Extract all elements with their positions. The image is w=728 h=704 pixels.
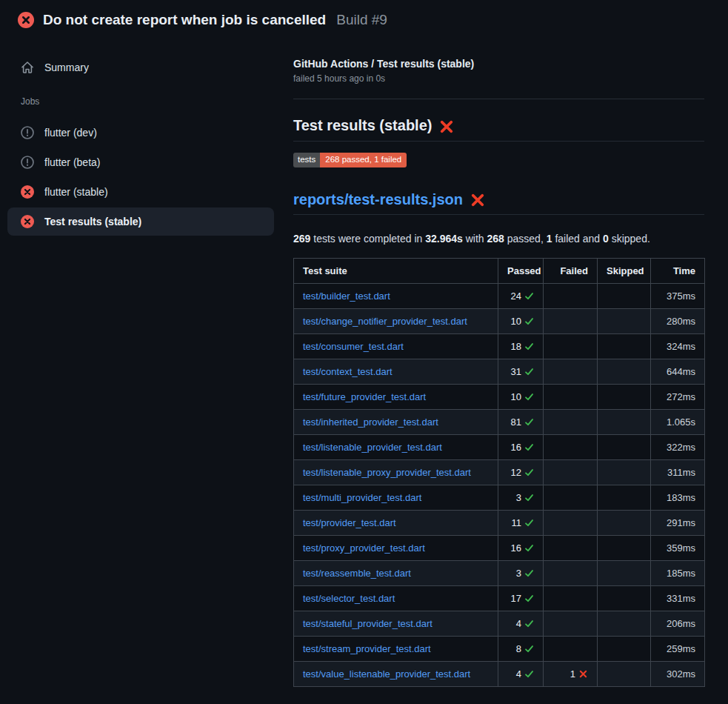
report-file-link[interactable]: reports/test-results.json xyxy=(293,191,463,208)
passed-cell: 10 xyxy=(498,384,544,409)
test-suite-link[interactable]: test/stateful_provider_test.dart xyxy=(303,618,433,629)
table-row: test/change_notifier_provider_test.dart1… xyxy=(294,308,705,333)
failed-cell xyxy=(544,585,598,611)
skipped-cell xyxy=(598,636,651,661)
suite-cell: test/builder_test.dart xyxy=(294,283,498,308)
column-header-time: Time xyxy=(651,258,705,283)
section-divider xyxy=(293,99,704,99)
sidebar-job-flutter-dev-[interactable]: flutter (dev) xyxy=(7,119,274,147)
time-cell: 185ms xyxy=(651,560,705,585)
table-row: test/context_test.dart31644ms xyxy=(294,359,705,384)
test-suite-link[interactable]: test/change_notifier_provider_test.dart xyxy=(303,316,467,327)
passed-cell: 3 xyxy=(498,560,544,585)
check-result-title: Test results (stable) xyxy=(293,117,432,134)
test-suite-link[interactable]: test/builder_test.dart xyxy=(303,290,390,302)
sidebar: Summary Jobs flutter (dev)flutter (beta)… xyxy=(0,36,281,237)
test-suite-link[interactable]: test/context_test.dart xyxy=(303,366,393,377)
test-results-table: Test suite Passed Failed Skipped Time te… xyxy=(293,258,705,687)
test-suite-link[interactable]: test/selector_test.dart xyxy=(303,593,395,604)
column-header-failed: Failed xyxy=(544,258,598,283)
red-cross-icon xyxy=(470,193,485,207)
summary-skipped: 0 xyxy=(603,233,609,245)
table-row: test/listenable_provider_test.dart16322m… xyxy=(294,434,705,459)
test-suite-link[interactable]: test/listenable_proxy_provider_test.dart xyxy=(303,467,471,478)
table-row: test/future_provider_test.dart10272ms xyxy=(294,384,705,409)
test-suite-link[interactable]: test/consumer_test.dart xyxy=(303,341,404,352)
suite-cell: test/proxy_provider_test.dart xyxy=(294,535,498,560)
failed-cell xyxy=(544,359,598,384)
suite-cell: test/context_test.dart xyxy=(294,359,498,384)
passed-cell: 24 xyxy=(498,283,544,308)
job-label: Test results (stable) xyxy=(44,216,141,228)
test-suite-link[interactable]: test/future_provider_test.dart xyxy=(303,391,426,402)
skipped-cell xyxy=(598,459,651,485)
table-row: test/value_listenable_provider_test.dart… xyxy=(294,661,705,686)
summary-passed: 268 xyxy=(487,233,504,245)
suite-cell: test/multi_provider_test.dart xyxy=(294,485,498,510)
failed-cell xyxy=(544,485,598,510)
test-suite-link[interactable]: test/multi_provider_test.dart xyxy=(303,492,421,503)
skipped-cell xyxy=(598,384,651,409)
main-content: GitHub Actions / Test results (stable) f… xyxy=(281,36,728,687)
column-header-skipped: Skipped xyxy=(598,258,651,283)
jobs-section-label: Jobs xyxy=(7,92,274,111)
failed-cell xyxy=(544,459,598,485)
suite-cell: test/future_provider_test.dart xyxy=(294,384,498,409)
table-row: test/stateful_provider_test.dart4206ms xyxy=(294,611,705,636)
time-cell: 644ms xyxy=(651,359,705,384)
test-suite-link[interactable]: test/stream_provider_test.dart xyxy=(303,643,431,654)
skipped-cell xyxy=(598,611,651,636)
sidebar-summary-label: Summary xyxy=(44,62,89,73)
test-suite-link[interactable]: test/inherited_provider_test.dart xyxy=(303,416,438,428)
passed-cell: 10 xyxy=(498,308,544,333)
skipped-cell xyxy=(598,283,651,308)
sidebar-job-flutter-stable-[interactable]: flutter (stable) xyxy=(7,178,274,206)
time-cell: 322ms xyxy=(651,434,705,459)
table-row: test/proxy_provider_test.dart16359ms xyxy=(294,535,705,560)
summary-total: 269 xyxy=(293,233,310,245)
suite-cell: test/inherited_provider_test.dart xyxy=(294,409,498,434)
failed-cell xyxy=(544,636,598,661)
test-suite-link[interactable]: test/reassemble_test.dart xyxy=(303,568,411,579)
table-row: test/inherited_provider_test.dart811.065… xyxy=(294,409,705,434)
skipped-cell xyxy=(598,585,651,611)
job-label: flutter (beta) xyxy=(44,156,100,168)
badge-label: tests xyxy=(293,153,320,167)
failed-cell xyxy=(544,535,598,560)
failed-cell: 1 xyxy=(544,661,598,686)
passed-cell: 3 xyxy=(498,485,544,510)
passed-cell: 16 xyxy=(498,434,544,459)
skipped-cell xyxy=(598,510,651,535)
table-row: test/stream_provider_test.dart8259ms xyxy=(294,636,705,661)
job-label: flutter (stable) xyxy=(44,186,108,198)
test-suite-link[interactable]: test/provider_test.dart xyxy=(303,517,396,528)
red-cross-icon xyxy=(439,119,454,134)
suite-cell: test/stream_provider_test.dart xyxy=(294,636,498,661)
table-row: test/selector_test.dart17331ms xyxy=(294,585,705,611)
check-result-heading: Test results (stable) xyxy=(293,117,704,142)
time-cell: 311ms xyxy=(651,459,705,485)
passed-cell: 4 xyxy=(498,611,544,636)
summary-time: 32.964s xyxy=(425,233,463,245)
time-cell: 302ms xyxy=(651,661,705,686)
x-circle-icon xyxy=(21,215,34,228)
passed-cell: 17 xyxy=(498,585,544,611)
sidebar-item-summary[interactable]: Summary xyxy=(7,53,274,82)
skipped-cell xyxy=(598,535,651,560)
time-cell: 324ms xyxy=(651,333,705,359)
skipped-cell xyxy=(598,434,651,459)
test-suite-link[interactable]: test/proxy_provider_test.dart xyxy=(303,542,425,554)
skipped-cell xyxy=(598,308,651,333)
sidebar-job-flutter-beta-[interactable]: flutter (beta) xyxy=(7,148,274,176)
skipped-cell xyxy=(598,409,651,434)
passed-cell: 4 xyxy=(498,661,544,686)
passed-cell: 16 xyxy=(498,535,544,560)
test-suite-link[interactable]: test/value_listenable_provider_test.dart xyxy=(303,668,470,680)
job-label: flutter (dev) xyxy=(44,127,97,139)
test-suite-link[interactable]: test/listenable_provider_test.dart xyxy=(303,442,442,453)
tests-summary-line: 269 tests were completed in 32.964s with… xyxy=(293,233,704,245)
passed-cell: 18 xyxy=(498,333,544,359)
sidebar-job-test-results-stable-[interactable]: Test results (stable) xyxy=(7,207,274,236)
passed-cell: 12 xyxy=(498,459,544,485)
suite-cell: test/listenable_proxy_provider_test.dart xyxy=(294,459,498,485)
